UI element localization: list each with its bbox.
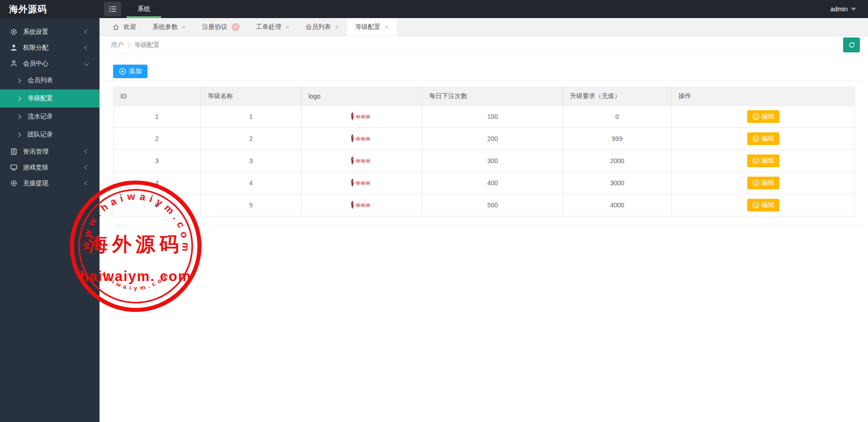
admin-app: 海外源码 系统 admin 系统设置 [0,0,868,422]
cell-logo [302,128,422,150]
level-config-table: ID 等级名称 logo 每日下注次数 升级要求（充值） 操作 1 1 [113,87,855,216]
username: admin [830,5,848,13]
add-button-label: 添加 [129,67,142,75]
cell-daily-bets: 300 [422,150,563,172]
sidebar-subitem-member-list[interactable]: 会员列表 [0,71,100,89]
column-header-daily-bets: 每日下注次数 [422,87,563,106]
face-icon [752,135,759,142]
home-icon [112,23,119,31]
cell-id: 4 [114,172,201,194]
tab-label: 会员列表 [306,23,331,31]
cell-id: 1 [114,106,201,128]
tab-register-agreement[interactable]: 注册协议 × [194,18,248,36]
column-header-level-name: 等级名称 [201,87,302,106]
sidebar-subitem-label: 会员列表 [28,76,53,84]
gear-icon [10,28,18,36]
add-button[interactable]: 添加 [113,65,147,78]
column-header-logo: logo [302,87,422,106]
chevron-down-icon [851,8,856,11]
chevron-right-icon [17,114,21,119]
tab-work-orders[interactable]: 工单处理 × [248,18,298,36]
refresh-button[interactable] [843,38,860,52]
close-icon[interactable]: × [335,23,339,30]
menu-toggle-button[interactable] [104,2,121,16]
red-gem-logo [348,155,376,166]
topbar: 海外源码 系统 admin [0,0,868,18]
sidebar-item-label: 充值提现 [23,179,85,188]
tab-label: 注册协议 [202,23,228,31]
edit-button-label: 编辑 [762,179,774,187]
cell-id: 5 [114,194,201,216]
tab-member-list[interactable]: 会员列表 × [298,18,347,36]
cell-upgrade-req: 0 [563,106,672,128]
user-menu[interactable]: admin [830,5,868,13]
cell-daily-bets: 200 [422,128,563,150]
chevron-left-icon [85,46,89,50]
cell-id: 3 [114,150,201,172]
plus-circle-icon [119,68,126,75]
tab-system-params[interactable]: 系统参数 × [144,18,194,36]
close-icon[interactable]: × [384,23,389,30]
sidebar-item-permissions[interactable]: 权限分配 [0,40,100,56]
sidebar-subitem-team-records[interactable]: 团队记录 [0,126,100,144]
tab-level-config[interactable]: 等级配置 × [347,18,397,36]
edit-button[interactable]: 编辑 [747,177,779,189]
sidebar-item-label: 权限分配 [23,44,85,52]
edit-button-label: 编辑 [762,157,774,165]
close-icon[interactable]: × [182,23,186,30]
chevron-left-icon [85,30,89,34]
sidebar-subitem-flow-records[interactable]: 流水记录 [0,108,100,126]
sidebar-subitem-label: 流水记录 [28,113,53,121]
brand-logo: 海外源码 [0,3,100,15]
edit-button[interactable]: 编辑 [747,155,779,167]
cell-daily-bets: 500 [422,194,563,216]
face-icon [752,202,759,209]
column-header-actions: 操作 [672,87,855,106]
red-gem-logo [348,111,376,122]
cell-actions: 编辑 [672,128,855,150]
topnav-tab-system[interactable]: 系统 [127,0,161,18]
tab-welcome[interactable]: 欢迎 [104,18,144,36]
sidebar-subitem-label: 团队记录 [28,131,53,139]
tab-label: 欢迎 [123,23,136,31]
cell-upgrade-req: 4000 [563,194,672,216]
cell-level-name: 3 [201,150,302,172]
cell-level-name: 2 [201,128,302,150]
edit-button-label: 编辑 [762,201,774,209]
sidebar-item-member-center[interactable]: 会员中心 [0,56,100,71]
sidebar-item-label: 游戏竞猜 [23,164,85,172]
sidebar-item-news[interactable]: 资讯管理 [0,144,100,159]
cell-upgrade-req: 2000 [563,150,672,172]
cell-upgrade-req: 3000 [563,172,672,194]
cell-logo [302,150,422,172]
edit-button[interactable]: 编辑 [747,199,779,211]
content: 添加 ID 等级名称 logo 每日下注次数 升级要求（充值） 操作 [100,65,868,225]
toolbar-divider [104,80,863,81]
chevron-right-icon [17,96,21,101]
face-icon [752,113,759,120]
edit-button-label: 编辑 [762,113,774,121]
page-tabbar: 欢迎 系统参数 × 注册协议 × 工单处理 × 会员列表 × 等级配置 × [100,18,868,36]
close-icon[interactable]: × [285,23,289,30]
sidebar-item-system-settings[interactable]: 系统设置 [0,24,100,40]
table-row: 3 3 [114,150,855,172]
sidebar-subitem-level-config[interactable]: 等级配置 [0,89,100,108]
edit-button[interactable]: 编辑 [747,132,779,145]
cell-logo [302,106,422,128]
breadcrumb-separator: / [128,42,130,49]
cell-level-name: 5 [201,194,302,216]
close-icon[interactable]: × [232,23,240,31]
sidebar-item-label: 系统设置 [23,28,85,36]
table-row: 4 4 [114,172,855,194]
chevron-right-icon [17,132,21,137]
red-gem-logo [348,178,376,188]
breadcrumb-bar: 用户 / 等级配置 [100,36,868,54]
tab-label: 工单处理 [256,23,281,31]
red-gem-logo [348,200,376,211]
cell-id: 2 [114,128,201,150]
sidebar-item-label: 会员中心 [23,60,85,68]
edit-button[interactable]: 编辑 [747,110,779,123]
breadcrumb-parent[interactable]: 用户 [111,41,123,49]
sidebar-item-game-guess[interactable]: 游戏竞猜 [0,159,100,175]
sidebar-item-recharge-withdraw[interactable]: 充值提现 [0,175,100,191]
